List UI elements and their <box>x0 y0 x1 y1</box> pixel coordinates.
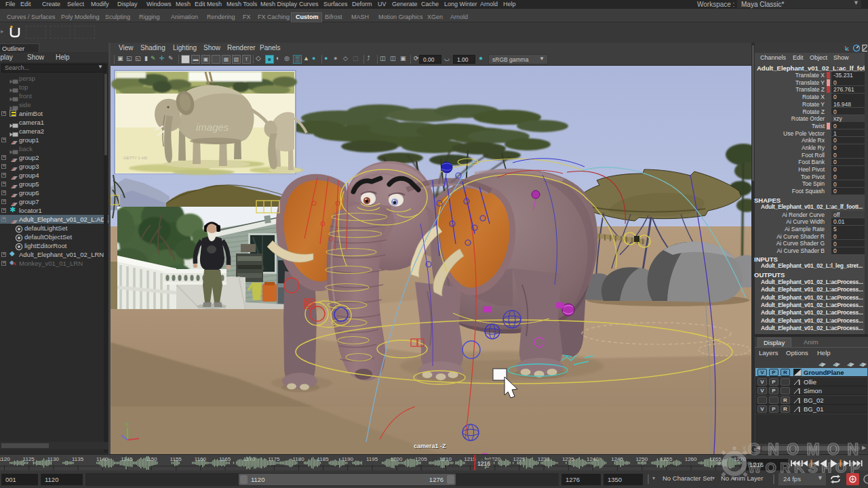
svg-text:1130: 1130 <box>47 456 60 462</box>
svg-text:Y: Y <box>125 422 129 427</box>
svg-text:images: images <box>196 121 229 133</box>
svg-text:1195: 1195 <box>366 456 378 462</box>
svg-text:GETTY 1 HD: GETTY 1 HD <box>123 156 148 160</box>
svg-text:1175: 1175 <box>268 456 280 462</box>
svg-text:1145: 1145 <box>121 456 133 462</box>
svg-text:camera1 -Z: camera1 -Z <box>414 443 446 449</box>
svg-text:1160: 1160 <box>195 456 207 462</box>
svg-text:1125: 1125 <box>23 456 35 462</box>
svg-text:1235: 1235 <box>562 456 574 462</box>
svg-text:1205: 1205 <box>415 456 427 462</box>
svg-text:1190: 1190 <box>342 456 354 462</box>
svg-text:1216: 1216 <box>477 460 490 467</box>
svg-text:1260: 1260 <box>685 456 697 462</box>
svg-text:1250: 1250 <box>635 456 648 462</box>
svg-text:1265: 1265 <box>709 456 722 462</box>
svg-text:1120: 1120 <box>0 456 10 462</box>
svg-text:1135: 1135 <box>72 456 84 462</box>
